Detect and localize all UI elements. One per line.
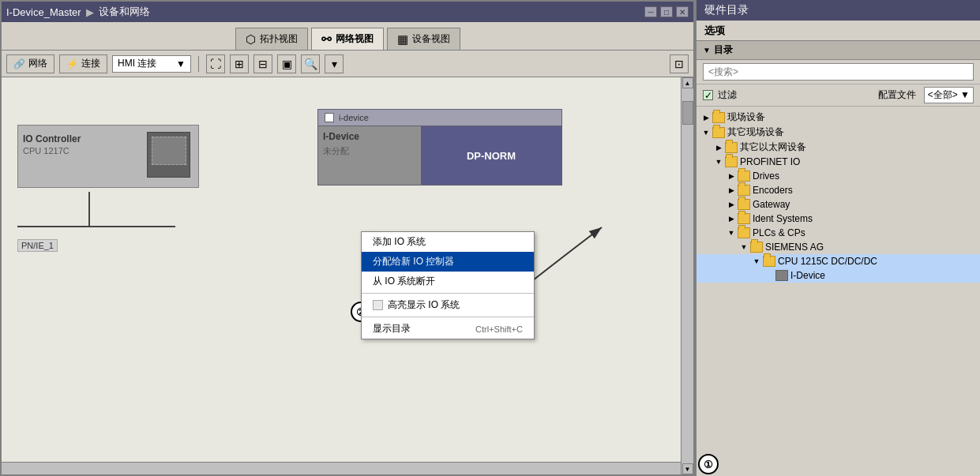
tree-item-other-eth[interactable]: ▶ 其它以太网设备 — [697, 140, 980, 155]
vertical-scrollbar[interactable]: ▲ ▼ — [681, 77, 693, 474]
network-icon: 🔗 — [13, 58, 25, 69]
toolbar-icon-4[interactable]: ▣ — [277, 54, 296, 73]
toolbar-icon-2[interactable]: ⊞ — [230, 54, 249, 73]
close-button[interactable]: ✕ — [676, 6, 689, 17]
tab-topology[interactable]: ⬡ 拓扑视图 — [235, 28, 308, 50]
ctx-highlight[interactable]: 高亮显示 IO 系统 — [362, 295, 534, 315]
window-controls: ─ □ ✕ — [644, 6, 689, 17]
tree-label-cpu: CPU 1215C DC/DC/DC — [778, 256, 877, 267]
breadcrumb-sep: ▶ — [86, 6, 94, 18]
io-controller-module-inner — [152, 137, 186, 165]
expand-other-eth-icon[interactable]: ▶ — [712, 141, 725, 154]
i-device-checkbox[interactable] — [325, 113, 334, 122]
tree-item-profinet-io[interactable]: ▼ PROFINET IO — [697, 155, 980, 169]
toolbar-icon-1[interactable]: ⛶ — [206, 54, 225, 73]
expand-field-devices-icon[interactable]: ▶ — [700, 111, 712, 124]
right-panel: 硬件目录 选项 ▼ 目录 ✓ 过滤 配置文件 <全部> ▼ — [695, 0, 980, 476]
tree-label-other-field: 其它现场设备 — [727, 126, 784, 139]
tab-device[interactable]: ▦ 设备视图 — [387, 28, 460, 50]
filter-checkbox[interactable]: ✓ — [703, 90, 713, 100]
profile-dropdown[interactable]: <全部> ▼ — [924, 87, 974, 103]
network-button[interactable]: 🔗 网络 — [6, 54, 54, 73]
tree-item-drives[interactable]: ▶ Drives — [697, 169, 980, 183]
expand-siemens-icon[interactable]: ▼ — [738, 241, 750, 253]
ctx-show-catalog[interactable]: 显示目录 Ctrl+Shift+C — [362, 319, 534, 339]
expand-drives-icon[interactable]: ▶ — [725, 170, 738, 182]
connect-label: 连接 — [81, 57, 100, 70]
i-device-header: i-device — [317, 109, 562, 126]
network-horizontal-line — [17, 226, 175, 227]
restore-button[interactable]: □ — [660, 6, 673, 17]
tree-label-other-eth: 其它以太网设备 — [740, 141, 806, 154]
annotation-1-label: ① — [704, 459, 713, 470]
ctx-add-io-label: 添加 IO 系统 — [373, 235, 426, 249]
i-device-device: i-device I-Device 未分配 DP-NORM — [317, 109, 562, 186]
ctx-add-io[interactable]: 添加 IO 系统 — [362, 232, 534, 252]
expand-profinet-io-icon[interactable]: ▼ — [712, 156, 725, 168]
toolbar: 🔗 网络 ⚡ 连接 HMI 连接 ▼ ⛶ ⊞ ⊟ ▣ 🔍 ▾ ⊡ — [2, 51, 693, 77]
tree-item-ident-systems[interactable]: ▶ Ident Systems — [697, 212, 980, 226]
expand-ident-icon[interactable]: ▶ — [725, 212, 738, 225]
folder-plcs-icon — [738, 227, 750, 238]
toolbar-icon-3[interactable]: ⊟ — [253, 54, 272, 73]
topology-icon: ⬡ — [246, 32, 256, 47]
tree-item-plcs-cps[interactable]: ▼ PLCs & CPs — [697, 226, 980, 240]
expand-gateway-icon[interactable]: ▶ — [725, 198, 738, 211]
chevron-down-icon: ▼ — [176, 58, 186, 69]
tree-label-field-devices: 现场设备 — [727, 111, 765, 124]
tree-label-siemens: SIEMENS AG — [765, 242, 824, 253]
folder-field-devices-icon — [712, 112, 725, 123]
tree-item-field-devices[interactable]: ▶ 现场设备 — [697, 110, 980, 125]
window-title: I-Device_Master — [6, 6, 81, 18]
expand-other-field-icon[interactable]: ▼ — [700, 126, 712, 139]
device-view-icon: ▦ — [397, 32, 408, 47]
ctx-disconnect[interactable]: 从 IO 系统断开 — [362, 272, 534, 291]
right-panel-title: 硬件目录 — [697, 0, 980, 21]
scroll-down-arrow[interactable]: ▼ — [682, 463, 693, 474]
tree-item-gateway[interactable]: ▶ Gateway — [697, 197, 980, 212]
minimize-button[interactable]: ─ — [644, 6, 657, 17]
ctx-assign-io-label: 分配给新 IO 控制器 — [373, 255, 454, 268]
horizontal-scrollbar[interactable] — [2, 462, 681, 474]
expand-cpu-icon[interactable]: ▼ — [750, 255, 763, 268]
zoom-dropdown[interactable]: ▾ — [325, 54, 344, 73]
tab-network-label: 网络视图 — [336, 32, 374, 46]
panel-toggle-button[interactable]: ⊡ — [670, 54, 689, 73]
tab-bar: ⬡ 拓扑视图 ⚯ 网络视图 ▦ 设备视图 — [2, 22, 693, 51]
network-label: 网络 — [28, 57, 47, 70]
right-panel-subtitle-label: 选项 — [704, 24, 725, 38]
ctx-highlight-checkbox — [373, 300, 383, 310]
catalog-header: ▼ 目录 — [697, 41, 980, 60]
folder-cpu-icon — [763, 256, 775, 267]
catalog-collapse-icon[interactable]: ▼ — [703, 46, 711, 54]
catalog-tree: ▶ 现场设备 ▼ 其它现场设备 ▶ 其它以太网设备 ▼ PROFINET IO — [697, 107, 980, 476]
expand-i-device-icon — [763, 269, 775, 282]
ctx-show-catalog-label: 显示目录 — [373, 322, 411, 335]
folder-gateway-icon — [738, 199, 750, 210]
tree-item-other-field[interactable]: ▼ 其它现场设备 — [697, 125, 980, 140]
tree-label-ident: Ident Systems — [753, 213, 813, 224]
expand-encoders-icon[interactable]: ▶ — [725, 184, 738, 197]
ctx-disconnect-label: 从 IO 系统断开 — [373, 275, 435, 288]
tab-device-label: 设备视图 — [412, 32, 450, 46]
network-label: PN/IE_1 — [17, 239, 58, 252]
expand-plcs-icon[interactable]: ▼ — [725, 227, 738, 239]
catalog-search-input[interactable] — [703, 63, 974, 81]
connect-button[interactable]: ⚡ 连接 — [59, 54, 107, 73]
ctx-assign-io[interactable]: 分配给新 IO 控制器 — [362, 252, 534, 272]
catalog-header-label: 目录 — [714, 43, 733, 57]
connection-type-dropdown[interactable]: HMI 连接 ▼ — [112, 55, 191, 73]
dropdown-value: HMI 连接 — [118, 57, 156, 70]
tree-item-siemens-ag[interactable]: ▼ SIEMENS AG — [697, 240, 980, 254]
right-panel-subtitle: 选项 — [697, 21, 980, 41]
tree-item-cpu-1215c[interactable]: ▼ CPU 1215C DC/DC/DC — [697, 254, 980, 268]
io-controller-box[interactable]: IO Controller CPU 1217C — [17, 125, 199, 188]
catalog-section: ▼ 目录 ✓ 过滤 配置文件 <全部> ▼ ▶ 现场设备 — [697, 41, 980, 476]
scroll-up-arrow[interactable]: ▲ — [682, 77, 693, 88]
tree-item-encoders[interactable]: ▶ Encoders — [697, 183, 980, 197]
tree-item-i-device[interactable]: I-Device — [697, 268, 980, 283]
zoom-button[interactable]: 🔍 — [301, 54, 320, 73]
scroll-thumb[interactable] — [682, 101, 693, 125]
io-controller-device: IO Controller CPU 1217C — [17, 125, 199, 188]
tab-network[interactable]: ⚯ 网络视图 — [311, 28, 384, 50]
